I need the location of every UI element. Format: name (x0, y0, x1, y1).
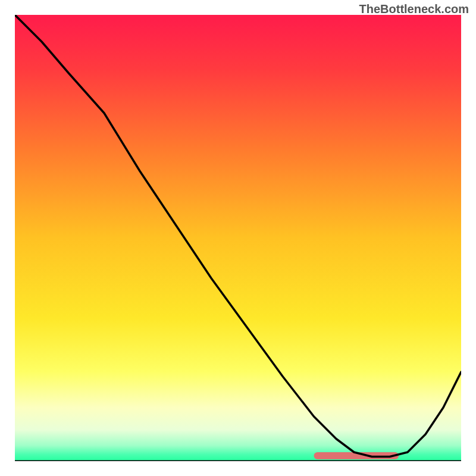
gradient-background (15, 15, 461, 461)
watermark-text: TheBottleneck.com (359, 2, 469, 16)
bottleneck-chart (15, 15, 461, 461)
chart-container (15, 15, 461, 461)
